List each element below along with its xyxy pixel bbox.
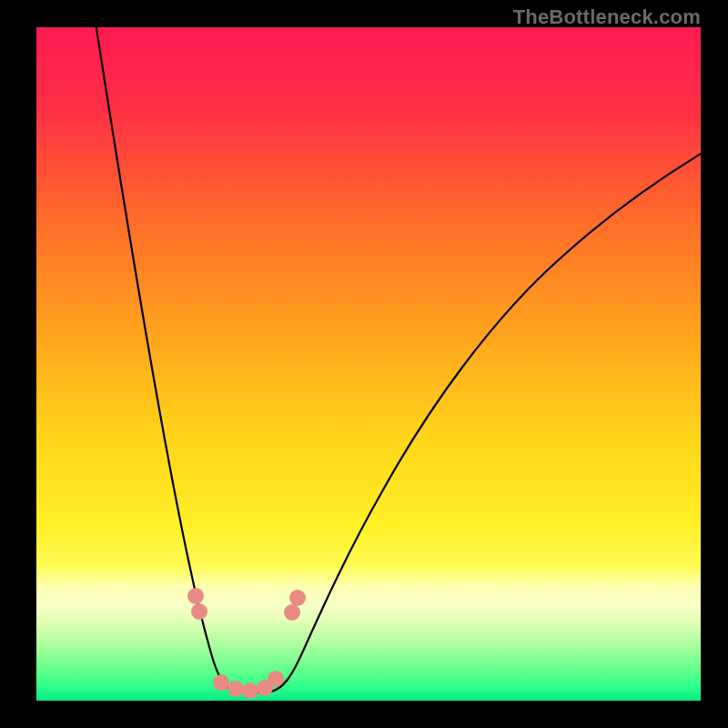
svg-point-8 [284, 604, 300, 621]
curve-left-branch [96, 27, 248, 693]
bottleneck-curve-layer [36, 27, 701, 701]
svg-point-1 [187, 588, 204, 604]
svg-point-3 [213, 674, 229, 691]
chart-frame: TheBottleneck.com [0, 0, 728, 728]
plot-area [36, 27, 701, 701]
svg-point-5 [242, 682, 258, 699]
svg-point-2 [191, 603, 207, 620]
watermark-text: TheBottleneck.com [513, 5, 701, 29]
curve-right-branch [248, 151, 701, 693]
svg-point-7 [268, 671, 284, 687]
svg-point-9 [289, 590, 306, 606]
data-markers [187, 588, 306, 699]
svg-point-4 [228, 681, 244, 697]
